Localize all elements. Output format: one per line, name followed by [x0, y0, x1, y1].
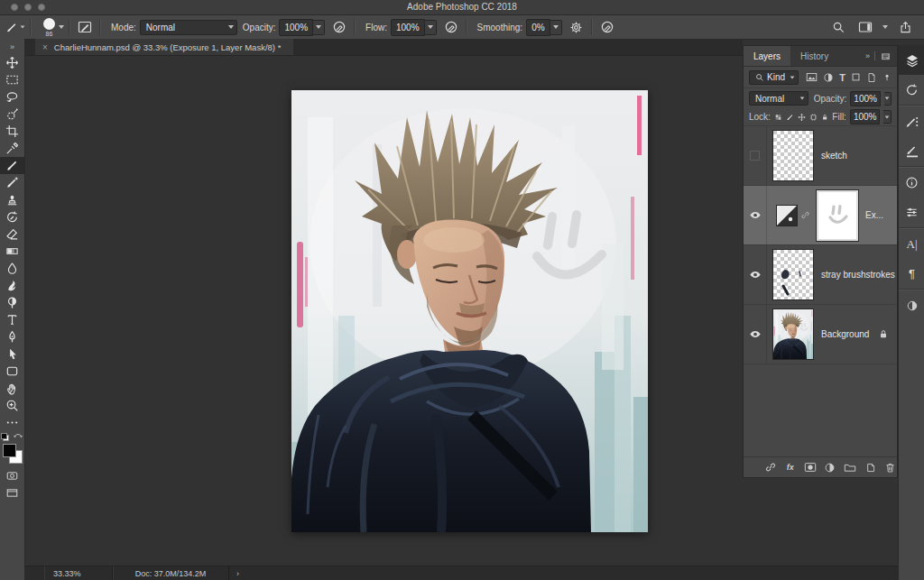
hidden-eye-checkbox[interactable]	[750, 151, 760, 161]
tab-layers[interactable]: Layers	[744, 46, 790, 66]
dock-layers-icon[interactable]	[899, 45, 924, 75]
new-adjustment-layer-button[interactable]	[823, 460, 836, 474]
lock-paint-icon[interactable]	[786, 112, 794, 123]
brush-preset-picker[interactable]: 86	[43, 18, 55, 37]
rectangular-marquee-tool[interactable]	[0, 71, 24, 88]
blend-mode-dropdown[interactable]: Normal	[140, 20, 237, 35]
eye-icon[interactable]	[749, 329, 762, 339]
opacity-pressure-toggle[interactable]	[329, 18, 349, 36]
document-tab[interactable]: × CharlieHunnam.psd @ 33.3% (Exposure 1,…	[35, 39, 293, 55]
zoom-level-field[interactable]: 33.33%	[44, 566, 113, 580]
dock-info-icon[interactable]	[899, 168, 924, 198]
lock-all-icon[interactable]	[821, 112, 828, 123]
brush-tool[interactable]	[0, 157, 24, 174]
color-swatches[interactable]	[3, 444, 23, 464]
layer-fill-chevron[interactable]	[883, 110, 892, 124]
lasso-tool[interactable]	[0, 88, 24, 106]
brush-symmetry-button[interactable]	[597, 18, 617, 36]
default-colors-icon[interactable]	[1, 433, 9, 441]
opacity-field[interactable]: 100%	[279, 19, 313, 36]
filter-type-layers-icon[interactable]: T	[839, 72, 845, 83]
layer-row-background[interactable]: Background	[744, 305, 897, 364]
layer-row-stray-brushstrokes[interactable]: stray brushstrokes	[744, 245, 897, 305]
filter-smart-objects-icon[interactable]	[866, 72, 877, 83]
layer-name[interactable]: Background	[821, 329, 869, 339]
history-brush-tool[interactable]	[0, 208, 24, 226]
dock-adjustments-icon[interactable]	[899, 290, 924, 320]
opacity-chevron[interactable]	[313, 20, 325, 35]
filter-pixel-layers-icon[interactable]	[806, 71, 818, 83]
panel-menu-icon[interactable]	[880, 51, 892, 62]
panel-collapse-chevrons[interactable]: »	[865, 51, 870, 60]
layer-name[interactable]: stray brushstrokes	[821, 270, 895, 280]
dock-brushes-icon[interactable]	[899, 136, 924, 166]
adjustment-layer-icon[interactable]	[776, 205, 798, 226]
dock-history-icon[interactable]	[899, 75, 924, 105]
hand-tool[interactable]	[0, 380, 24, 397]
quick-mask-button[interactable]	[0, 467, 24, 484]
canvas[interactable]	[291, 90, 648, 532]
lock-artboard-icon[interactable]	[809, 112, 818, 123]
workspace-chevron[interactable]	[882, 25, 888, 29]
workspace-switcher[interactable]	[855, 18, 875, 36]
healing-brush-tool[interactable]	[0, 174, 24, 191]
status-options-chevron[interactable]: ›	[229, 569, 246, 578]
pen-tool[interactable]	[0, 328, 24, 345]
filter-shape-layers-icon[interactable]	[851, 72, 861, 82]
tools-overflow[interactable]: »	[0, 39, 24, 54]
layer-blend-mode-dropdown[interactable]: Normal	[749, 91, 808, 106]
screen-mode-button[interactable]	[0, 484, 24, 502]
foreground-color-swatch[interactable]	[3, 444, 16, 457]
eraser-tool[interactable]	[0, 226, 24, 243]
zoom-window-button[interactable]	[38, 4, 45, 11]
shape-tool[interactable]	[0, 363, 24, 380]
filter-on-toggle-icon[interactable]	[882, 72, 892, 83]
gradient-tool[interactable]	[0, 243, 24, 260]
delete-layer-button[interactable]	[883, 460, 897, 474]
smoothing-field[interactable]: 0%	[526, 19, 550, 36]
tab-history[interactable]: History	[790, 46, 838, 66]
dock-character-icon[interactable]: A|	[899, 229, 924, 259]
quick-selection-tool[interactable]	[0, 106, 24, 123]
path-selection-tool[interactable]	[0, 345, 24, 363]
flow-field[interactable]: 100%	[391, 19, 425, 36]
chevron-down-icon[interactable]	[59, 25, 64, 29]
dock-properties-icon[interactable]	[899, 198, 924, 227]
layer-fill-field[interactable]: 100%	[850, 109, 881, 124]
crop-tool[interactable]	[0, 123, 24, 140]
add-layer-mask-button[interactable]	[803, 460, 817, 474]
layer-row-sketch[interactable]: sketch	[744, 126, 897, 186]
layer-opacity-chevron[interactable]	[884, 92, 892, 106]
new-layer-button[interactable]	[864, 460, 877, 474]
mask-link-icon[interactable]	[800, 209, 810, 221]
link-layers-button[interactable]	[763, 460, 777, 474]
dock-paragraph-icon[interactable]: ¶	[899, 259, 924, 289]
filter-kind-dropdown[interactable]: Kind	[749, 70, 799, 85]
visibility-toggle[interactable]	[744, 245, 767, 304]
close-window-button[interactable]	[11, 4, 18, 11]
new-group-button[interactable]	[844, 460, 857, 474]
blur-tool[interactable]	[0, 260, 24, 277]
type-tool[interactable]	[0, 311, 24, 328]
close-document-icon[interactable]: ×	[42, 42, 48, 52]
dock-brush-settings-icon[interactable]	[899, 106, 924, 136]
layer-name[interactable]: sketch	[821, 151, 847, 161]
layer-thumbnail[interactable]	[772, 308, 814, 360]
clone-stamp-tool[interactable]	[0, 191, 24, 208]
eye-icon[interactable]	[749, 210, 762, 220]
layer-mask-thumbnail-selected[interactable]	[817, 190, 858, 241]
edit-toolbar-button[interactable]	[0, 414, 24, 431]
layer-opacity-field[interactable]: 100%	[850, 91, 881, 106]
eyedropper-tool[interactable]	[0, 140, 24, 157]
dodge-tool[interactable]	[0, 294, 24, 311]
layer-row-exposure[interactable]: Ex...	[744, 186, 897, 245]
minimize-window-button[interactable]	[24, 4, 32, 11]
visibility-toggle[interactable]	[744, 305, 767, 364]
visibility-toggle[interactable]	[744, 126, 767, 185]
swap-colors-icon[interactable]	[13, 432, 23, 441]
smoothing-chevron[interactable]	[550, 20, 562, 35]
layer-style-fx-button[interactable]: fx	[783, 460, 797, 474]
airbrush-toggle[interactable]	[441, 18, 461, 36]
layer-thumbnail[interactable]	[772, 130, 814, 181]
tool-preset-picker[interactable]	[5, 18, 25, 36]
